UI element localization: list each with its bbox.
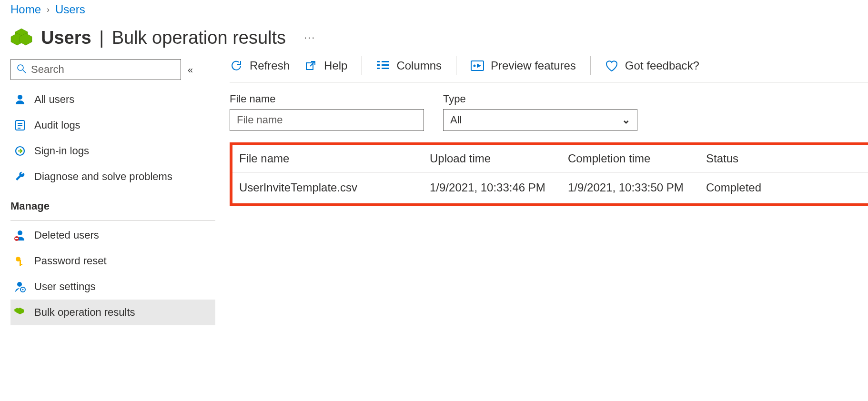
signin-icon [13,144,27,158]
page-title-row: Users | Bulk operation results ··· [10,22,868,59]
svg-rect-7 [18,123,22,124]
results-table-highlight: File name Upload time Completion time St… [230,142,868,206]
log-icon [13,119,27,132]
sidebar-section-manage: Manage [10,190,215,217]
svg-rect-24 [377,61,380,62]
divider [362,56,362,75]
divider [456,56,456,75]
sidebar: « All users Audit logs Sign-in logs [10,59,215,325]
svg-rect-28 [382,64,389,66]
filter-label: Type [443,93,637,105]
breadcrumb: Home › Users [10,0,868,22]
filters-row: File name Type All ⌄ [230,82,868,142]
preview-icon [471,59,484,72]
svg-rect-13 [15,238,18,239]
type-select[interactable]: All ⌄ [443,109,637,131]
chevron-down-icon: ⌄ [622,114,630,126]
svg-rect-8 [18,125,22,126]
more-actions-button[interactable]: ··· [294,31,315,44]
breadcrumb-home[interactable]: Home [10,3,41,16]
person-icon [13,93,27,106]
sidebar-item-audit-logs[interactable]: Audit logs [10,112,215,138]
toolbar-label: Refresh [250,59,290,72]
cell-status: Completed [706,181,868,194]
sidebar-search[interactable] [10,59,181,80]
chevron-right-icon: › [47,5,50,15]
page-title: Users | Bulk operation results [41,28,286,48]
sidebar-item-label: Bulk operation results [34,306,135,319]
col-header-status[interactable]: Status [706,152,868,165]
svg-rect-16 [20,264,22,265]
divider [10,220,215,221]
search-icon [17,64,26,75]
collapse-sidebar-icon[interactable]: « [188,64,193,75]
search-input[interactable] [31,63,175,76]
toolbar-label: Help [324,59,347,72]
svg-rect-26 [377,68,380,69]
heart-icon [605,59,618,72]
svg-point-31 [474,65,475,67]
users-service-icon [10,27,32,49]
bulk-icon [13,306,27,319]
preview-features-button[interactable]: Preview features [471,59,576,72]
sidebar-item-all-users[interactable]: All users [10,87,215,112]
main-content: Refresh Help Columns [215,59,868,206]
table-header-row: File name Upload time Completion time St… [232,145,868,172]
filter-type: Type All ⌄ [443,93,637,131]
person-removed-icon [13,229,27,242]
table-row[interactable]: UserInviteTemplate.csv 1/9/2021, 10:33:4… [232,172,868,203]
svg-rect-27 [382,61,389,62]
toolbar-label: Columns [396,59,442,72]
columns-icon [376,59,390,72]
svg-point-19 [22,289,24,291]
external-link-icon [304,59,317,72]
wrench-icon [13,170,27,183]
svg-point-3 [18,65,23,70]
person-gear-icon [13,280,27,293]
toolbar-label: Got feedback? [625,59,699,72]
sidebar-item-diagnose[interactable]: Diagnose and solve problems [10,164,215,190]
col-header-complete[interactable]: Completion time [568,152,706,165]
sidebar-item-deleted-users[interactable]: Deleted users [10,222,215,248]
toolbar-label: Preview features [491,59,576,72]
cell-complete: 1/9/2021, 10:33:50 PM [568,181,706,194]
toolbar: Refresh Help Columns [230,56,868,82]
sidebar-item-label: Deleted users [34,229,99,241]
svg-rect-29 [382,68,389,69]
page-title-subtitle: Bulk operation results [112,28,286,48]
type-select-value: All [450,114,462,126]
sidebar-item-label: Sign-in logs [34,145,89,157]
sidebar-item-signin-logs[interactable]: Sign-in logs [10,138,215,164]
sidebar-item-password-reset[interactable]: Password reset [10,248,215,274]
sidebar-item-bulk-results[interactable]: Bulk operation results [10,300,215,325]
results-table: File name Upload time Completion time St… [232,145,868,203]
sidebar-item-user-settings[interactable]: User settings [10,274,215,300]
sidebar-item-label: Password reset [34,255,107,267]
svg-point-5 [18,95,22,100]
columns-button[interactable]: Columns [376,59,442,72]
sidebar-item-label: User settings [34,281,95,293]
refresh-button[interactable]: Refresh [230,59,290,72]
sidebar-item-label: Audit logs [34,119,81,131]
page-title-strong: Users [41,28,91,48]
col-header-upload[interactable]: Upload time [430,152,568,165]
file-name-input[interactable] [230,109,424,131]
breadcrumb-users[interactable]: Users [55,3,85,16]
refresh-icon [230,59,243,72]
key-icon [13,254,27,268]
feedback-button[interactable]: Got feedback? [605,59,699,72]
svg-point-11 [18,231,22,235]
cell-upload: 1/9/2021, 10:33:46 PM [430,181,568,194]
sidebar-item-label: All users [34,93,74,106]
help-button[interactable]: Help [304,59,347,72]
cell-file: UserInviteTemplate.csv [239,181,430,194]
sidebar-item-label: Diagnose and solve problems [34,170,172,183]
svg-rect-9 [18,128,20,129]
svg-point-17 [17,282,22,287]
svg-line-4 [23,70,26,73]
page-title-pipe: | [96,28,107,48]
col-header-file[interactable]: File name [239,152,430,165]
filter-label: File name [230,93,424,105]
svg-rect-25 [377,64,380,66]
divider [590,56,591,75]
